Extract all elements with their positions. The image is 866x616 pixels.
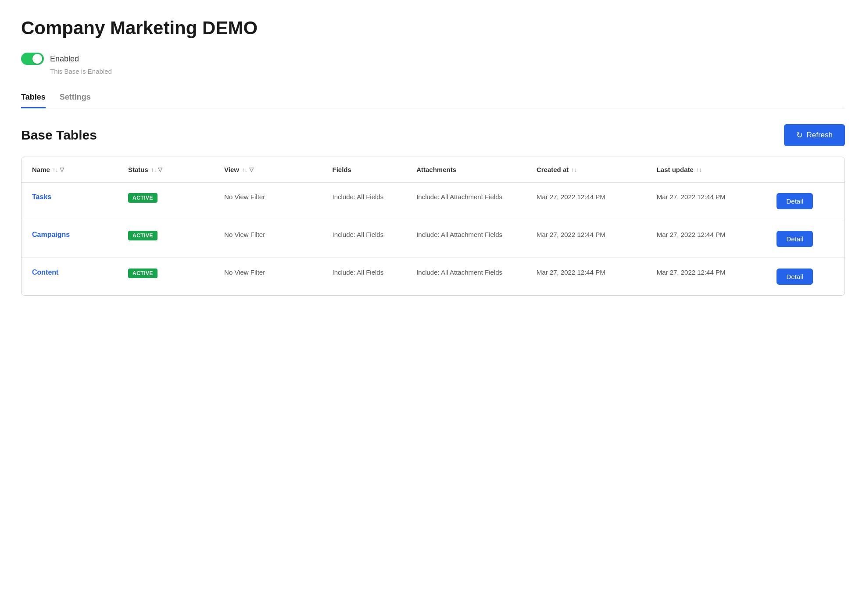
cell-created-0: Mar 27, 2022 12:44 PM [526,183,646,220]
cell-view-1: No View Filter [214,220,322,258]
th-name: Name ↑↓ ▽ [21,157,118,183]
cell-action-2: Detail [766,258,845,296]
refresh-button[interactable]: ↻ Refresh [784,124,845,146]
cell-action-1: Detail [766,220,845,258]
detail-button-1[interactable]: Detail [777,231,812,247]
base-tables-table: Name ↑↓ ▽ Status ↑↓ ▽ View ↑↓ ▽ [21,157,845,296]
enabled-toggle-row: Enabled [21,53,845,65]
th-view: View ↑↓ ▽ [214,157,322,183]
tab-tables[interactable]: Tables [21,93,46,108]
page-title: Company Marketing DEMO [21,18,845,39]
table-row: Tasks ACTIVE No View Filter Include: All… [21,183,845,220]
section-header: Base Tables ↻ Refresh [21,124,845,146]
tab-settings[interactable]: Settings [60,93,91,108]
th-fields: Fields [322,157,406,183]
cell-action-0: Detail [766,183,845,220]
view-sort-filter-icons[interactable]: ↑↓ ▽ [242,166,254,173]
cell-fields-0: Include: All Fields [322,183,406,220]
section-title: Base Tables [21,128,97,143]
refresh-label: Refresh [806,131,833,140]
th-last-update: Last update ↑↓ [646,157,766,183]
status-badge-0: ACTIVE [128,193,157,203]
th-attachments: Attachments [406,157,526,183]
cell-attachments-1: Include: All Attachment Fields [406,220,526,258]
cell-created-2: Mar 27, 2022 12:44 PM [526,258,646,296]
refresh-icon: ↻ [796,130,803,140]
toggle-label: Enabled [50,54,79,64]
cell-view-2: No View Filter [214,258,322,296]
cell-status-1: ACTIVE [118,220,214,258]
th-status: Status ↑↓ ▽ [118,157,214,183]
cell-view-0: No View Filter [214,183,322,220]
tab-bar: Tables Settings [21,93,845,108]
cell-attachments-0: Include: All Attachment Fields [406,183,526,220]
enabled-toggle[interactable] [21,53,44,65]
th-action [766,157,845,183]
detail-button-2[interactable]: Detail [777,269,812,285]
table-header-row: Name ↑↓ ▽ Status ↑↓ ▽ View ↑↓ ▽ [21,157,845,183]
status-badge-1: ACTIVE [128,231,157,240]
cell-fields-2: Include: All Fields [322,258,406,296]
table-row: Content ACTIVE No View Filter Include: A… [21,258,845,296]
cell-name-2: Content [21,258,118,296]
cell-status-0: ACTIVE [118,183,214,220]
table-row: Campaigns ACTIVE No View Filter Include:… [21,220,845,258]
cell-attachments-2: Include: All Attachment Fields [406,258,526,296]
name-link-2[interactable]: Content [32,269,58,276]
cell-name-0: Tasks [21,183,118,220]
name-sort-filter-icons[interactable]: ↑↓ ▽ [53,166,64,173]
cell-lastupdate-0: Mar 27, 2022 12:44 PM [646,183,766,220]
cell-lastupdate-1: Mar 27, 2022 12:44 PM [646,220,766,258]
detail-button-0[interactable]: Detail [777,193,812,209]
th-created-at: Created at ↑↓ [526,157,646,183]
cell-name-1: Campaigns [21,220,118,258]
lastupdate-sort-icons[interactable]: ↑↓ [696,166,702,173]
cell-status-2: ACTIVE [118,258,214,296]
name-link-0[interactable]: Tasks [32,193,51,201]
status-badge-2: ACTIVE [128,269,157,278]
cell-lastupdate-2: Mar 27, 2022 12:44 PM [646,258,766,296]
status-sort-filter-icons[interactable]: ↑↓ ▽ [151,166,163,173]
cell-fields-1: Include: All Fields [322,220,406,258]
name-link-1[interactable]: Campaigns [32,231,70,238]
created-sort-icons[interactable]: ↑↓ [571,166,577,173]
cell-created-1: Mar 27, 2022 12:44 PM [526,220,646,258]
toggle-description: This Base is Enabled [50,68,845,75]
